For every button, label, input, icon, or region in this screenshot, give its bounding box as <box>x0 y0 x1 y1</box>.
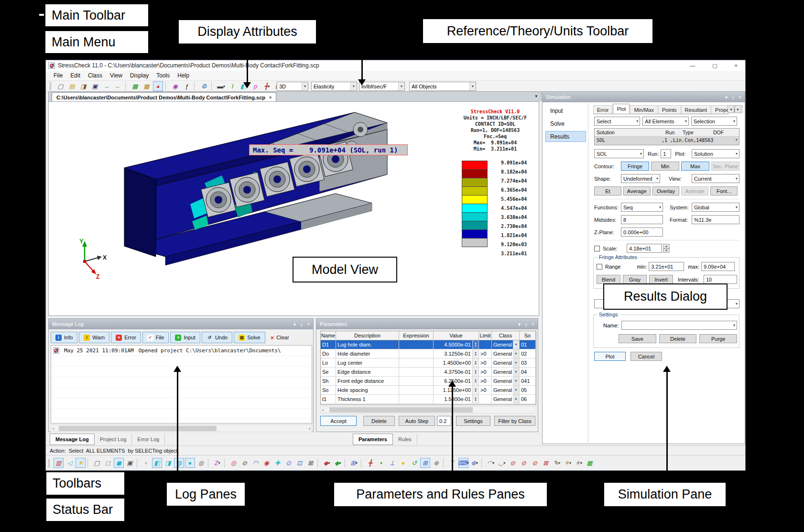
sep[interactable]: ▾ <box>137 459 139 467</box>
orient-flag-icon[interactable]: ◁▾ <box>65 458 75 468</box>
range-checkbox[interactable] <box>597 264 602 270</box>
minimize-button[interactable]: — <box>690 63 695 69</box>
input-cube-icon[interactable]: ▩▾ <box>130 81 140 91</box>
class-dropdown-icon[interactable]: ▾ <box>513 395 520 403</box>
menu-item[interactable]: Class <box>84 72 106 79</box>
value-spinner[interactable]: ▴▾ <box>473 395 479 403</box>
table-row[interactable]: Lo Lug center 1.4500e+00 ▴▾ >0 General ▾… <box>321 358 536 368</box>
overlay-button[interactable]: Overlay <box>652 186 680 195</box>
toolbar-combo[interactable]: in/lbf/sec/F ▾ <box>359 82 405 91</box>
solution-combo[interactable]: SOL▾ <box>594 149 644 158</box>
undo-view-icon[interactable]: ↺▾ <box>409 458 419 468</box>
menu-item[interactable]: Help <box>174 72 193 79</box>
cancel-button[interactable]: Cancel <box>630 352 662 361</box>
rotate-arc-icon[interactable]: ◠▾ <box>250 458 261 468</box>
close-icon[interactable]: × <box>307 322 310 327</box>
auto-step-button[interactable]: Auto Step <box>399 416 435 426</box>
error-filter-button[interactable]: × Error <box>111 332 141 343</box>
results-tab[interactable]: Resultant <box>681 105 711 114</box>
tab-list-dropdown-icon[interactable]: ▾ <box>535 94 537 98</box>
hidden-line-cube-icon[interactable]: ◻▾ <box>103 458 113 468</box>
grid-icon[interactable]: ⊞▾ <box>420 458 430 468</box>
system-combo[interactable]: Global▾ <box>692 203 739 212</box>
sec-plane-button[interactable]: Sec. Plane <box>711 162 739 171</box>
invert-button[interactable]: Invert <box>649 275 673 284</box>
purge-button[interactable]: Purge <box>699 334 737 343</box>
table-row[interactable]: t1 Thickness 1 1.5000e-01 ▴▾ General ▾ 0… <box>321 395 536 404</box>
class-dropdown-icon[interactable]: ▾ <box>513 349 520 358</box>
table-row[interactable]: Se Edge distance 4.3750e-01 ▴▾ >0 Genera… <box>321 368 536 377</box>
menu-item[interactable]: View <box>106 72 126 79</box>
sep[interactable]: ▾ <box>87 459 90 467</box>
stop-icon[interactable]: ⊠▾ <box>541 458 551 468</box>
rotate-point-icon[interactable]: ◉▾ <box>261 458 272 468</box>
intervals-input[interactable]: 10 <box>704 275 737 284</box>
rotate-disc-icon[interactable]: ⊘▾ <box>239 458 250 468</box>
sep[interactable]: ▾ <box>194 82 196 90</box>
snap-1-icon[interactable]: ✳▾ <box>563 458 573 468</box>
format-input[interactable]: %11.3e <box>692 215 739 224</box>
et-button[interactable]: Et <box>594 186 621 195</box>
scroll-left-icon[interactable]: ‹ <box>53 426 54 431</box>
solve-filter-button[interactable]: ▦ Solve <box>234 332 265 343</box>
log-horizontal-scrollbar[interactable]: ‹ › <box>51 424 312 432</box>
globe-mesh-icon[interactable]: ⊕▾ <box>431 458 441 468</box>
open-folder-icon[interactable]: ▤▾ <box>67 81 77 91</box>
shape-combo[interactable]: Undeformed▾ <box>621 174 660 183</box>
toolbar-combo[interactable]: Elasticity ▾ <box>311 82 357 91</box>
scroll-left-icon[interactable]: ‹ <box>322 407 324 413</box>
sep[interactable]: ▾ <box>208 459 210 467</box>
pattern-icon[interactable]: ▦▾ <box>585 458 595 468</box>
nav-input[interactable]: Input <box>545 105 586 116</box>
zoom-window-icon[interactable]: ⊡▾ <box>294 458 304 468</box>
log-tab[interactable]: Error Log <box>132 434 165 445</box>
animate-button[interactable]: Animate <box>681 186 708 195</box>
log-tab[interactable]: Message Log <box>50 434 95 445</box>
toolbar-combo[interactable]: 3D ▾ <box>277 82 308 91</box>
delete-button[interactable]: Delete <box>363 416 395 426</box>
warn-filter-button[interactable]: ! Warn <box>79 332 109 343</box>
tab-scroll-left-icon[interactable]: ◂ <box>728 105 734 113</box>
sep[interactable]: ▾ <box>125 82 128 90</box>
close-project-icon[interactable]: ◨▾ <box>78 81 88 91</box>
pane-menu-icon[interactable]: ▾ <box>293 322 296 327</box>
close-icon[interactable]: × <box>532 322 534 327</box>
fixture-icon[interactable]: ╋▾ <box>262 81 272 91</box>
normal-icon[interactable]: ⊥▾ <box>387 458 397 468</box>
keyboard-icon[interactable]: ⌨▾ <box>458 458 468 468</box>
value-spinner[interactable]: ▴▾ <box>473 358 479 367</box>
class-dropdown-icon[interactable]: ▾ <box>513 358 520 367</box>
arc-up-icon[interactable]: ◠▾ <box>486 458 496 468</box>
model-view[interactable]: Max. Seq = 9.091e+04 (SOL, run 1) Stress… <box>48 101 539 316</box>
arc-down-icon[interactable]: ◡▾ <box>497 458 507 468</box>
table-row[interactable]: Sh Front edge distance 6.2500e-01 ▴▾ >0 … <box>321 377 536 386</box>
snap-2-icon[interactable]: ✳▾ <box>574 458 584 468</box>
log-entry[interactable]: May 25 2021 11:09:01AM Opened project C:… <box>51 346 312 356</box>
menu-item[interactable]: Display <box>126 72 152 79</box>
grip[interactable]: ▾ <box>48 459 52 467</box>
parameters-tab[interactable]: Rules <box>393 434 417 445</box>
value-spinner[interactable]: ▴▾ <box>473 349 479 358</box>
menu-item[interactable]: File <box>50 72 66 79</box>
class-dropdown-icon[interactable]: ▾ <box>513 386 520 394</box>
rotate-target-icon[interactable]: ◎▾ <box>228 458 239 468</box>
value-spinner[interactable]: ▴▾ <box>473 368 479 376</box>
solution-row[interactable]: SOL ,1 ,Lin.Con,148563 ▾ <box>595 137 739 145</box>
scrollbar-thumb[interactable] <box>59 426 217 431</box>
red-bucket-icon[interactable]: ◆▾ <box>322 458 332 468</box>
p-order-icon[interactable]: p▾ <box>250 81 261 91</box>
delete-button[interactable]: Delete <box>659 334 697 343</box>
fit-icon[interactable]: ⊠▾ <box>305 458 315 468</box>
sep[interactable]: ▾ <box>317 459 320 467</box>
run-input[interactable]: 1 <box>661 149 671 158</box>
scrollbar-thumb[interactable] <box>329 407 473 413</box>
nav-results[interactable]: Results <box>545 131 586 142</box>
close-icon[interactable]: × <box>739 95 741 100</box>
layout-icon[interactable]: ⊞▾ <box>349 458 359 468</box>
results-tab[interactable]: Plot <box>613 104 630 114</box>
gray-button[interactable]: Gray <box>623 275 647 284</box>
ellipse-icon[interactable]: ●▾ <box>185 458 195 468</box>
parameters-horizontal-scrollbar[interactable]: ‹ <box>320 406 536 413</box>
plot-type-combo[interactable]: Solution▾ <box>692 149 739 158</box>
pin-icon[interactable]: ┬ <box>300 322 303 327</box>
